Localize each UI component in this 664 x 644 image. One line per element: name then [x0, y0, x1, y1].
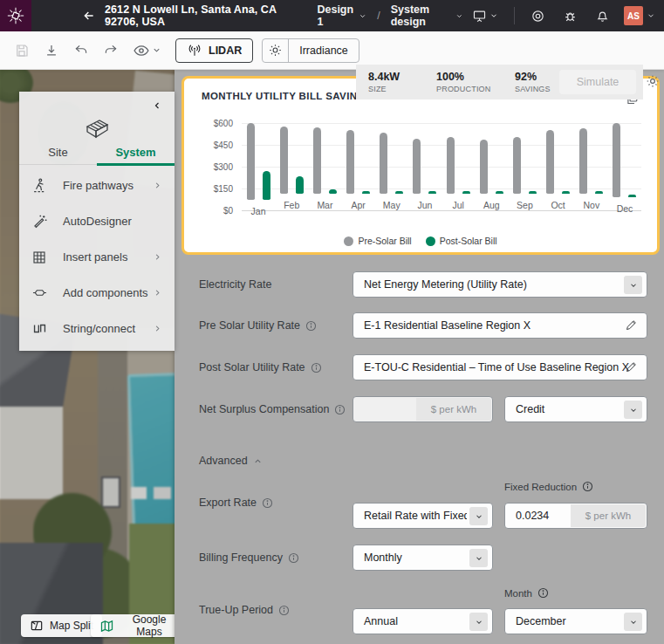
chevron-down-icon[interactable] [469, 613, 488, 631]
true-up-month-select[interactable]: December [504, 608, 647, 634]
bar-post-solar-bill-nov[interactable] [595, 191, 603, 194]
chart-bar-groups: JanFebMarAprMayJunJulAugSepOctNovDec [242, 123, 641, 210]
bar-post-solar-bill-sep[interactable] [529, 191, 537, 194]
redo-icon[interactable] [96, 38, 126, 64]
bug-report-icon[interactable] [554, 9, 586, 24]
bar-pre-solar-bill-sep[interactable] [513, 137, 521, 194]
chart-group-sep: Sep [508, 123, 541, 210]
bars [513, 123, 537, 194]
back-arrow-icon[interactable] [82, 9, 96, 23]
sidebar-item-string-connect[interactable]: String/connect [19, 311, 175, 346]
bar-post-solar-bill-oct[interactable] [562, 191, 570, 194]
bar-pre-solar-bill-jan[interactable] [247, 123, 255, 200]
save-icon[interactable] [7, 38, 37, 64]
help-lifebuoy-icon[interactable] [522, 9, 554, 24]
chevron-down-icon[interactable] [624, 401, 642, 419]
sidebar-item-add-components[interactable]: Add components [19, 275, 175, 311]
present-monitor-icon[interactable] [463, 9, 507, 24]
chevron-up-icon [253, 456, 263, 466]
bar-pre-solar-bill-jun[interactable] [413, 139, 421, 194]
chevron-down-icon[interactable] [643, 11, 664, 20]
download-icon[interactable] [37, 38, 66, 64]
bar-pre-solar-bill-aug[interactable] [480, 140, 488, 194]
tab-system[interactable]: System [97, 146, 175, 164]
bar-post-solar-bill-aug[interactable] [496, 191, 503, 194]
bar-post-solar-bill-jun[interactable] [428, 191, 436, 194]
pre-solar-rate-field[interactable]: E-1 Residential Baseline Region X [353, 312, 647, 339]
design-toolbar: LIDAR Irradiance 8.4kW SIZE 100% PRODUCT… [0, 31, 664, 70]
edit-pencil-icon[interactable] [625, 360, 638, 373]
chevron-down-icon[interactable] [152, 45, 161, 55]
bar-pre-solar-bill-dec[interactable] [613, 123, 620, 197]
billing-frequency-label-text: Billing Frequency [199, 552, 283, 564]
sidebar-item-fire-pathways[interactable]: Fire pathways [19, 168, 175, 203]
y-tick-label: $150 [193, 184, 233, 194]
design-dropdown[interactable]: Design 1 [317, 3, 366, 28]
info-icon[interactable] [334, 404, 346, 415]
undo-icon[interactable] [66, 38, 96, 64]
bar-pre-solar-bill-may[interactable] [380, 133, 387, 194]
bars [380, 123, 403, 194]
x-tick-label: Feb [284, 200, 299, 210]
net-surplus-unit-suffix: $ per kWh [416, 398, 491, 421]
legend-label: Pre-Solar Bill [358, 236, 411, 246]
chevron-down-icon[interactable] [469, 549, 488, 567]
info-icon[interactable] [288, 552, 299, 564]
sidebar-item-insert-panels[interactable]: Insert panels [19, 239, 175, 275]
chevron-down-icon[interactable] [469, 507, 488, 525]
notifications-bell-icon[interactable] [586, 9, 619, 24]
google-maps-button[interactable]: Google Maps [91, 614, 187, 637]
info-icon[interactable] [278, 605, 290, 616]
info-icon[interactable] [582, 481, 593, 492]
edit-pencil-icon[interactable] [625, 319, 638, 332]
true-up-period-select[interactable]: Annual [353, 608, 493, 634]
visibility-eye-icon[interactable] [126, 38, 150, 64]
google-maps-label: Google Maps [120, 613, 178, 638]
net-surplus-input[interactable]: $ per kWh [353, 396, 493, 422]
billing-frequency-select[interactable]: Monthly [353, 545, 493, 571]
bar-post-solar-bill-feb[interactable] [296, 176, 304, 194]
stat-production-label: PRODUCTION [436, 85, 503, 93]
info-icon[interactable] [537, 587, 549, 599]
bar-pre-solar-bill-jul[interactable] [447, 137, 455, 194]
chevron-down-icon[interactable] [624, 613, 642, 631]
bar-post-solar-bill-mar[interactable] [329, 189, 337, 194]
stat-production-value: 100% [436, 71, 503, 83]
lidar-button[interactable]: LIDAR [175, 38, 253, 63]
bar-post-solar-bill-jan[interactable] [263, 171, 270, 200]
aurora-logo[interactable] [0, 0, 31, 31]
net-surplus-mode-select[interactable]: Credit [504, 396, 647, 422]
tab-site[interactable]: Site [19, 146, 97, 164]
export-rate-select[interactable]: Retail Rate with Fixed Re… [353, 503, 493, 529]
info-icon[interactable] [305, 320, 317, 332]
bar-pre-solar-bill-mar[interactable] [313, 127, 321, 194]
chart-group-dec: Dec [608, 123, 641, 210]
bar-pre-solar-bill-nov[interactable] [579, 128, 587, 194]
info-icon[interactable] [262, 497, 273, 509]
collapse-sidebar-icon[interactable] [152, 100, 162, 111]
mode-dropdown[interactable]: System design [391, 3, 463, 28]
bars [546, 123, 570, 194]
advanced-toggle[interactable]: Advanced [199, 455, 263, 467]
bar-pre-solar-bill-apr[interactable] [346, 130, 354, 194]
legend-label: Post-Solar Bill [440, 236, 497, 246]
fixed-reduction-input[interactable]: $ per kWh [504, 503, 647, 529]
bar-pre-solar-bill-oct[interactable] [546, 130, 554, 194]
bar-post-solar-bill-apr[interactable] [362, 191, 370, 194]
irradiance-button[interactable]: Irradiance [262, 38, 359, 63]
bar-post-solar-bill-dec[interactable] [628, 195, 636, 197]
simulate-button[interactable]: Simulate [559, 70, 636, 94]
user-avatar[interactable]: AS [624, 6, 643, 25]
bar-post-solar-bill-jul[interactable] [462, 191, 470, 194]
post-solar-rate-field[interactable]: E-TOU-C Residential – Time of Use Baseli… [353, 354, 647, 380]
chevron-down-icon [455, 11, 463, 21]
bar-pre-solar-bill-feb[interactable] [280, 127, 288, 194]
bar-post-solar-bill-may[interactable] [395, 191, 403, 194]
chevron-down-icon[interactable] [624, 276, 642, 294]
sun-icon[interactable] [263, 39, 289, 62]
sidebar-item-autodesigner[interactable]: AutoDesigner [19, 203, 175, 239]
info-icon[interactable] [311, 362, 322, 373]
settings-gear-icon[interactable] [645, 73, 661, 89]
house-icon [19, 116, 175, 140]
electricity-rate-select[interactable]: Net Energy Metering (Utility Rate) [353, 271, 647, 298]
